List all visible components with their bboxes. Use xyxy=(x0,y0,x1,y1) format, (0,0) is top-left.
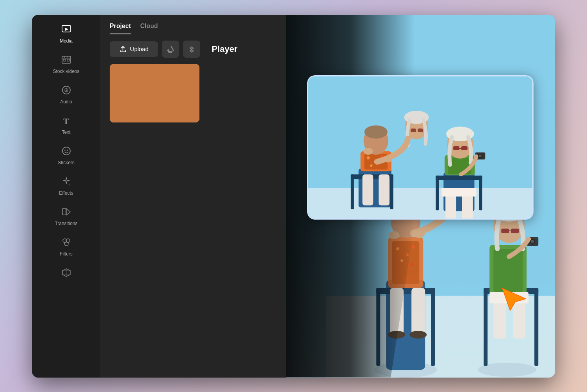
svg-marker-101 xyxy=(502,288,526,310)
svg-rect-81 xyxy=(479,176,482,210)
preview-inner xyxy=(308,76,532,218)
svg-rect-77 xyxy=(379,174,390,205)
svg-point-29 xyxy=(412,245,415,248)
svg-point-100 xyxy=(383,155,392,162)
toolbar-row: Upload xyxy=(100,34,286,64)
text-icon: T xyxy=(61,115,71,127)
svg-point-51 xyxy=(531,240,534,243)
stock-videos-label: Stock videos xyxy=(53,69,79,74)
media-label: Media xyxy=(60,38,73,44)
svg-rect-24 xyxy=(431,288,435,366)
svg-point-75 xyxy=(365,125,388,138)
effects-icon xyxy=(61,176,71,188)
transitions-icon xyxy=(61,207,71,218)
svg-rect-7 xyxy=(67,59,69,61)
tab-project[interactable]: Project xyxy=(110,23,131,34)
svg-rect-79 xyxy=(436,176,482,180)
svg-point-61 xyxy=(414,230,425,238)
svg-point-13 xyxy=(64,149,66,151)
app-layout: Media Stock videos xyxy=(32,15,555,378)
tab-cloud[interactable]: Cloud xyxy=(140,23,158,34)
svg-point-99 xyxy=(364,147,373,154)
svg-rect-76 xyxy=(363,174,374,205)
text-label: Text xyxy=(62,129,70,135)
google-drive-icon xyxy=(167,45,174,53)
svg-marker-1 xyxy=(65,28,68,31)
audio-label: Audio xyxy=(60,99,72,105)
audio-icon xyxy=(61,85,71,97)
svg-point-91 xyxy=(479,154,482,157)
player-label: Player xyxy=(212,44,238,54)
stock-videos-icon xyxy=(61,55,71,66)
media-icon xyxy=(61,24,71,36)
filters-label: Filters xyxy=(60,251,73,257)
thumbnail-image xyxy=(110,64,199,122)
svg-rect-46 xyxy=(501,229,509,233)
google-drive-button[interactable] xyxy=(162,41,179,58)
sidebar-item-3d[interactable] xyxy=(32,262,100,285)
svg-rect-97 xyxy=(411,128,416,132)
svg-text:T: T xyxy=(63,116,69,126)
sidebar: Media Stock videos xyxy=(32,15,100,378)
svg-rect-41 xyxy=(534,288,538,366)
svg-point-37 xyxy=(409,331,427,339)
upload-button[interactable]: Upload xyxy=(110,41,158,57)
dropbox-button[interactable] xyxy=(183,41,200,58)
sidebar-item-stock-videos[interactable]: Stock videos xyxy=(32,49,100,80)
svg-point-10 xyxy=(66,89,67,90)
effects-label: Effects xyxy=(59,190,73,196)
sidebar-item-effects[interactable]: Effects xyxy=(32,171,100,201)
preview-svg xyxy=(308,76,532,218)
sidebar-item-stickers[interactable]: Stickers xyxy=(32,140,100,171)
svg-point-70 xyxy=(366,156,370,159)
svg-rect-40 xyxy=(484,288,487,366)
sidebar-item-transitions[interactable]: Transitions xyxy=(32,201,100,232)
svg-rect-86 xyxy=(453,146,459,150)
svg-point-73 xyxy=(370,164,372,167)
svg-rect-94 xyxy=(441,188,476,196)
svg-rect-66 xyxy=(351,174,354,209)
svg-rect-35 xyxy=(411,288,425,335)
sidebar-item-text[interactable]: T Text xyxy=(32,110,100,140)
sidebar-item-filters[interactable]: Filters xyxy=(32,232,100,262)
media-grid xyxy=(100,64,286,122)
svg-point-31 xyxy=(410,263,413,266)
upload-icon xyxy=(119,45,127,53)
svg-rect-98 xyxy=(418,128,423,132)
floating-preview-card[interactable] xyxy=(307,75,534,220)
upload-label: Upload xyxy=(130,46,149,52)
svg-rect-80 xyxy=(436,176,439,210)
media-panel: Project Cloud Upload xyxy=(100,15,286,378)
app-window: Media Stock videos xyxy=(32,15,555,378)
sidebar-item-audio[interactable]: Audio xyxy=(32,80,100,110)
3d-icon xyxy=(61,268,71,279)
tabs-row: Project Cloud xyxy=(100,15,286,34)
orange-cursor xyxy=(500,286,528,313)
svg-point-17 xyxy=(64,242,68,246)
svg-rect-6 xyxy=(63,59,66,61)
sidebar-item-media[interactable]: Media xyxy=(32,19,100,49)
svg-rect-47 xyxy=(511,229,519,233)
svg-point-12 xyxy=(62,147,70,155)
media-thumbnail[interactable] xyxy=(110,64,199,122)
filters-icon xyxy=(61,237,71,249)
cursor-arrow-svg xyxy=(500,286,528,312)
stickers-label: Stickers xyxy=(58,160,75,165)
svg-rect-67 xyxy=(390,174,393,209)
svg-point-14 xyxy=(67,149,68,151)
preview-area xyxy=(286,15,555,378)
scene xyxy=(286,15,555,378)
dropbox-icon xyxy=(188,45,196,53)
svg-rect-63 xyxy=(308,188,532,218)
transitions-label: Transitions xyxy=(55,221,77,226)
svg-rect-87 xyxy=(461,146,468,150)
stickers-icon xyxy=(61,146,71,158)
